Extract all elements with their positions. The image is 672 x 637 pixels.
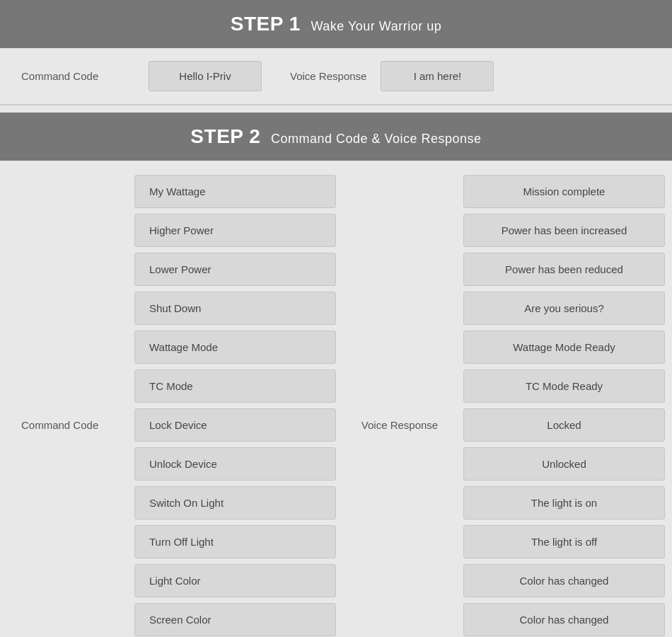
command-box-7: Unlock Device [134,447,336,481]
step1-description: Wake Your Warrior up [311,19,441,33]
step1-header: STEP 1 Wake Your Warrior up [0,0,672,48]
step1-command-box: Hello I-Priv [149,61,262,91]
command-box-5: TC Mode [134,369,336,403]
step1-row: Command Code Hello I-Priv Voice Response… [0,48,672,105]
response-box-7: Unlocked [463,447,665,481]
step1-voice-response-box: I am here! [381,61,494,91]
command-box-6: Lock Device [134,408,336,442]
response-box-2: Power has been reduced [463,253,665,286]
command-box-1: Higher Power [134,214,336,247]
step1-voice-response-label: Voice Response [290,70,366,82]
command-box-11: Screen Color [134,603,336,636]
command-box-0: My Wattage [134,175,336,208]
command-box-4: Wattage Mode [134,331,336,364]
response-box-1: Power has been increased [463,214,665,247]
step1-command-code-label: Command Code [21,70,149,82]
response-box-6: Locked [463,408,665,442]
response-box-10: Color has changed [463,564,665,597]
response-box-11: Color has changed [463,603,665,636]
response-box-4: Wattage Mode Ready [463,331,665,364]
step2-voice-response-label: Voice Response [343,419,456,431]
command-box-10: Light Color [134,564,336,597]
step2-commands-col: My WattageHigher PowerLower PowerShut Do… [127,175,343,637]
step2-command-code-label: Command Code [0,419,127,431]
step2-responses-col: Mission completePower has been increased… [456,175,672,637]
response-box-5: TC Mode Ready [463,369,665,403]
command-box-9: Turn Off Light [134,525,336,558]
response-box-0: Mission complete [463,175,665,208]
step2-number: STEP 2 [190,125,260,147]
step2-description: Command Code & Voice Response [271,132,482,146]
step2-grid: Command Code My WattageHigher PowerLower… [0,175,672,637]
step1-number: STEP 1 [231,13,301,35]
command-box-8: Switch On Light [134,486,336,520]
command-box-2: Lower Power [134,253,336,286]
response-box-3: Are you serious? [463,292,665,325]
step2-body: Command Code My WattageHigher PowerLower… [0,161,672,637]
response-box-9: The light is off [463,525,665,558]
response-box-8: The light is on [463,486,665,520]
command-box-3: Shut Down [134,292,336,325]
step2-header: STEP 2 Command Code & Voice Response [0,113,672,161]
